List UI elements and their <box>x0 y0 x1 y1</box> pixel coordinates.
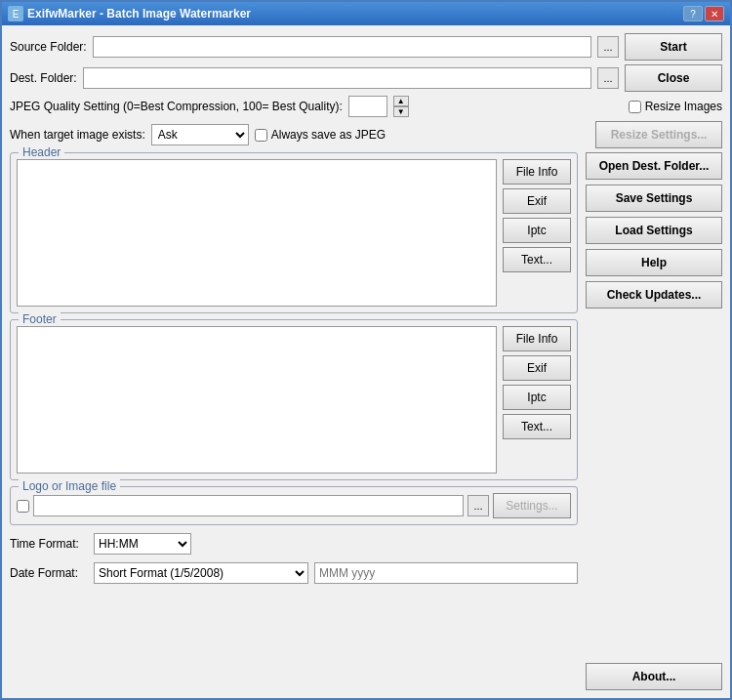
logo-checkbox[interactable] <box>17 500 29 513</box>
source-folder-browse[interactable]: ... <box>597 36 619 58</box>
help-title-btn[interactable]: ? <box>683 6 703 21</box>
footer-group-label: Footer <box>19 312 61 326</box>
header-group-inner: File Info Exif Iptc Text... <box>17 159 571 307</box>
resize-images-checkbox-label[interactable]: Resize Images <box>629 100 722 113</box>
header-group: Header File Info Exif Iptc Text... <box>10 152 578 313</box>
help-btn[interactable]: Help <box>586 249 722 276</box>
quality-spinner: ▲ ▼ <box>393 96 409 117</box>
header-text-btn[interactable]: Text... <box>503 247 571 272</box>
left-panel: Header File Info Exif Iptc Text... Foote… <box>10 152 578 690</box>
time-format-row: Time Format: HH:MM HH:MM:SS H:MM AM/PM <box>10 533 578 555</box>
footer-text-btn[interactable]: Text... <box>503 414 571 439</box>
logo-group: Logo or Image file ... Settings... <box>10 486 578 525</box>
logo-browse-btn[interactable]: ... <box>468 495 489 516</box>
logo-group-label: Logo or Image file <box>19 479 120 493</box>
quality-down-btn[interactable]: ▼ <box>393 106 409 117</box>
logo-inner: ... Settings... <box>17 493 571 518</box>
main-window: E ExifwMarker - Batch Image Watermarker … <box>0 0 732 700</box>
title-bar: E ExifwMarker - Batch Image Watermarker … <box>2 2 730 25</box>
start-button[interactable]: Start <box>625 33 722 61</box>
when-target-label: When target image exists: <box>10 128 145 142</box>
jpeg-quality-input[interactable]: 94 <box>348 96 387 117</box>
footer-exif-btn[interactable]: Exif <box>503 355 571 381</box>
check-updates-btn[interactable]: Check Updates... <box>586 281 722 309</box>
app-icon: E <box>8 6 23 21</box>
content-area: Source Folder: ... Start Dest. Folder: .… <box>2 25 730 698</box>
when-target-row: When target image exists: Ask Overwrite … <box>10 121 722 148</box>
window-title: ExifwMarker - Batch Image Watermarker <box>27 7 251 21</box>
main-area: Header File Info Exif Iptc Text... Foote… <box>10 152 722 690</box>
footer-file-info-btn[interactable]: File Info <box>503 326 571 351</box>
time-format-select[interactable]: HH:MM HH:MM:SS H:MM AM/PM <box>94 533 191 555</box>
header-buttons: File Info Exif Iptc Text... <box>503 159 571 307</box>
source-folder-input[interactable] <box>93 36 591 58</box>
open-dest-btn[interactable]: Open Dest. Folder... <box>586 152 722 180</box>
dest-folder-label: Dest. Folder: <box>10 71 77 85</box>
load-settings-btn[interactable]: Load Settings <box>586 217 722 244</box>
jpeg-quality-label: JPEG Quality Setting (0=Best Compression… <box>10 100 343 113</box>
time-format-label: Time Format: <box>10 537 88 551</box>
dest-folder-browse[interactable]: ... <box>597 67 619 89</box>
date-format-label: Date Format: <box>10 566 88 580</box>
resize-images-label: Resize Images <box>645 100 722 113</box>
always-jpeg-checkbox[interactable] <box>255 129 267 142</box>
when-target-select[interactable]: Ask Overwrite Skip <box>151 124 249 145</box>
header-file-info-btn[interactable]: File Info <box>503 159 571 185</box>
resize-settings-btn[interactable]: Resize Settings... <box>595 121 722 148</box>
title-bar-left: E ExifwMarker - Batch Image Watermarker <box>8 6 251 21</box>
date-format-row: Date Format: Short Format (1/5/2008) Lon… <box>10 562 578 584</box>
footer-group-inner: File Info Exif Iptc Text... <box>17 326 571 474</box>
dest-folder-input[interactable] <box>83 67 591 89</box>
footer-group: Footer File Info Exif Iptc Text... <box>10 319 578 480</box>
always-jpeg-label[interactable]: Always save as JPEG <box>255 128 386 142</box>
source-folder-label: Source Folder: <box>10 40 87 54</box>
resize-images-checkbox[interactable] <box>629 101 641 113</box>
logo-path-input[interactable] <box>33 495 464 516</box>
footer-iptc-btn[interactable]: Iptc <box>503 385 571 410</box>
footer-buttons: File Info Exif Iptc Text... <box>503 326 571 474</box>
window-controls: ? ✕ <box>683 6 724 21</box>
source-folder-row: Source Folder: ... Start <box>10 33 722 61</box>
right-spacer <box>586 313 722 658</box>
header-textarea[interactable] <box>17 159 497 307</box>
about-btn[interactable]: About... <box>586 663 722 690</box>
close-title-btn[interactable]: ✕ <box>705 6 724 21</box>
logo-settings-btn[interactable]: Settings... <box>493 493 571 518</box>
jpeg-quality-row: JPEG Quality Setting (0=Best Compression… <box>10 96 722 117</box>
date-custom-input[interactable] <box>314 562 578 584</box>
dest-folder-row: Dest. Folder: ... Close <box>10 64 722 92</box>
header-exif-btn[interactable]: Exif <box>503 188 571 214</box>
header-iptc-btn[interactable]: Iptc <box>503 218 571 243</box>
save-settings-btn[interactable]: Save Settings <box>586 185 722 212</box>
date-format-select[interactable]: Short Format (1/5/2008) Long Format Cust… <box>94 562 308 584</box>
right-panel: Open Dest. Folder... Save Settings Load … <box>586 152 722 690</box>
close-button[interactable]: Close <box>625 64 722 92</box>
header-group-label: Header <box>19 145 64 159</box>
always-jpeg-text: Always save as JPEG <box>271 128 386 142</box>
quality-up-btn[interactable]: ▲ <box>393 96 409 106</box>
footer-textarea[interactable] <box>17 326 497 474</box>
